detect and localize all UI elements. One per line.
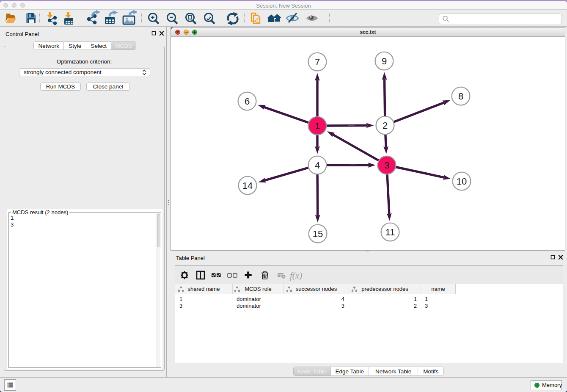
svg-text:2: 2 (383, 120, 388, 131)
svg-text:f(x): f(x) (290, 271, 302, 281)
svg-text:10: 10 (457, 176, 467, 187)
svg-text:3: 3 (384, 160, 389, 171)
svg-text:11: 11 (385, 227, 395, 237)
svg-text:8: 8 (458, 91, 463, 102)
svg-text:6: 6 (245, 96, 250, 107)
svg-text:4: 4 (315, 160, 320, 171)
svg-text:7: 7 (315, 57, 320, 67)
svg-text:9: 9 (382, 56, 387, 66)
svg-text:14: 14 (242, 180, 253, 191)
svg-text:15: 15 (313, 229, 323, 239)
svg-text:1: 1 (315, 121, 320, 131)
